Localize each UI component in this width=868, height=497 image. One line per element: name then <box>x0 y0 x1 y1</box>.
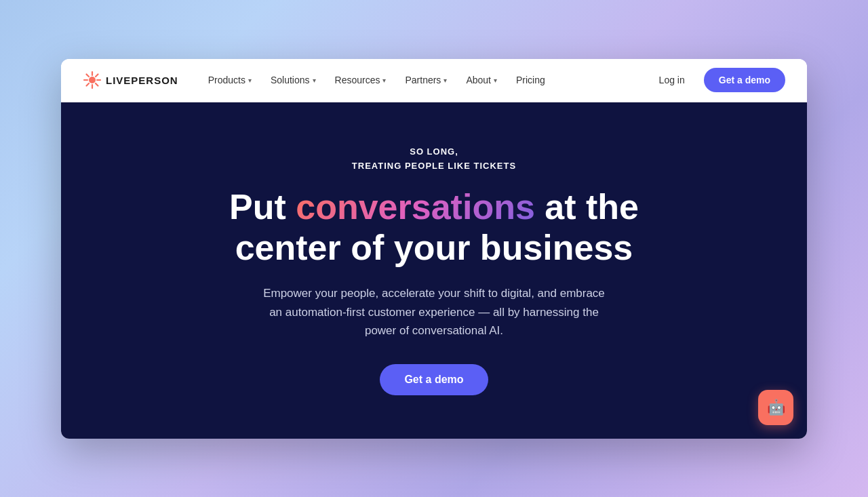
nav-right: Log in Get a demo <box>651 68 785 92</box>
chevron-down-icon: ▾ <box>313 77 316 84</box>
hero-section: SO LONG, TREATING PEOPLE LIKE TICKETS Pu… <box>61 102 807 439</box>
chat-bot-icon: 🤖 <box>767 399 785 416</box>
nav-item-products[interactable]: Products ▾ <box>200 71 260 90</box>
nav-item-resources[interactable]: Resources ▾ <box>327 71 395 90</box>
chevron-down-icon: ▾ <box>494 77 497 84</box>
nav-item-about[interactable]: About ▾ <box>458 71 505 90</box>
liveperson-logo-icon <box>83 71 102 90</box>
svg-line-5 <box>87 75 90 77</box>
hero-title: Put conversations at the center of your … <box>217 187 651 269</box>
navbar: LIVEPERSON Products ▾ Solutions ▾ Resour… <box>61 59 807 102</box>
logo[interactable]: LIVEPERSON <box>83 71 178 90</box>
nav-item-pricing[interactable]: Pricing <box>508 71 553 90</box>
chevron-down-icon: ▾ <box>248 77 252 84</box>
logo-text: LIVEPERSON <box>106 75 178 86</box>
hero-cta-button[interactable]: Get a demo <box>380 364 488 395</box>
get-demo-button[interactable]: Get a demo <box>704 68 785 92</box>
nav-links: Products ▾ Solutions ▾ Resources ▾ Partn… <box>200 71 651 90</box>
chat-widget-button[interactable]: 🤖 <box>758 390 793 425</box>
svg-line-7 <box>96 75 98 77</box>
nav-item-solutions[interactable]: Solutions ▾ <box>262 71 324 90</box>
login-button[interactable]: Log in <box>651 71 693 90</box>
nav-item-partners[interactable]: Partners ▾ <box>397 71 455 90</box>
browser-window: LIVEPERSON Products ▾ Solutions ▾ Resour… <box>61 59 807 439</box>
eyebrow-text: SO LONG, TREATING PEOPLE LIKE TICKETS <box>352 145 516 174</box>
svg-line-8 <box>87 83 90 86</box>
svg-line-6 <box>96 83 98 86</box>
chevron-down-icon: ▾ <box>382 77 386 84</box>
hero-subtitle: Empower your people, accelerate your shi… <box>258 284 610 340</box>
svg-point-0 <box>89 77 96 83</box>
chevron-down-icon: ▾ <box>443 77 447 84</box>
